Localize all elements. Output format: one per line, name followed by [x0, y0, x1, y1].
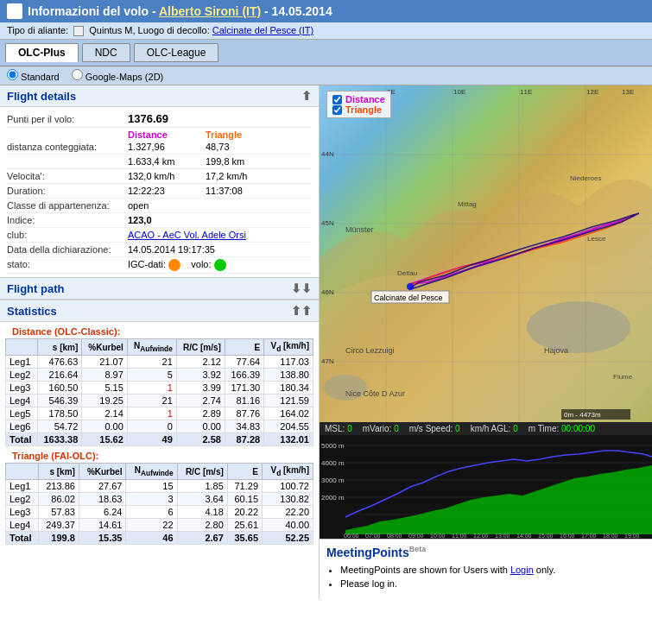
svg-text:18:00: 18:00 [603, 533, 618, 539]
svg-text:46N: 46N [321, 288, 334, 296]
triangle-table-header: s [km] %Kurbel NAufwinde R/C [m/s] E Vd … [6, 464, 313, 480]
distance-row-4: Leg4546.3919.25212.7481.16121.59 [6, 395, 313, 407]
legend-triangle: Triangle [332, 104, 385, 115]
distance-row-5: Leg5178.502.1412.8987.76164.02 [6, 407, 313, 420]
svg-text:Deltau: Deltau [397, 269, 417, 277]
distance-row-1: Leg1476.6321.07212.1277.64117.03 [6, 356, 313, 369]
score-tri-header: Triangle [206, 129, 242, 140]
svg-text:Nice Côte D Azur: Nice Côte D Azur [345, 389, 405, 398]
triangle-stats-label: Triangle (FAI-OLC): [5, 448, 313, 463]
svg-text:Calcinate del Pesce: Calcinate del Pesce [374, 294, 443, 302]
meeting-points: MeetingPointsBeta MeetingPoints are show… [320, 539, 652, 599]
distance-row-6: Leg654.720.0000.0034.83204.55 [6, 420, 313, 433]
right-panel: 8E 10E 11E 12E 13E 44N 45N 46N 47N Münst… [320, 85, 652, 599]
svg-text:10:00: 10:00 [430, 533, 446, 539]
login-link[interactable]: Login [510, 565, 534, 575]
detail-distanza-km: 1.633,4 km 199,8 km [7, 155, 312, 169]
location-link[interactable]: Calcinate del Pesce (IT) [212, 25, 313, 35]
svg-text:12:00: 12:00 [473, 533, 489, 539]
toggle-flight-details[interactable]: ⬆ [301, 89, 312, 103]
toggle-flight-path[interactable]: ⬇⬇ [291, 281, 312, 295]
glider-icon [73, 26, 84, 36]
svg-text:47N: 47N [321, 357, 334, 365]
distance-total-row: Total1633.3815.62492.5887.28132.01 [6, 433, 313, 446]
detail-club: club: ACAO - AeC Vol. Adele Orsi [7, 228, 312, 243]
svg-text:13E: 13E [622, 88, 634, 96]
legend-triangle-label: Triangle [345, 104, 382, 115]
triangle-checkbox[interactable] [332, 105, 342, 115]
detail-stato: stato: IGC-dati: volo: [7, 257, 312, 274]
distance-row-3: Leg3160.505.1513.99171.30180.34 [6, 382, 313, 395]
triangle-row-4: Leg4249.3714.61222.8025.6140.00 [6, 519, 313, 532]
distance-row-2: Leg2216.648.9753.92166.39138.80 [6, 369, 313, 382]
svg-text:07:00: 07:00 [365, 533, 381, 539]
svg-text:12E: 12E [586, 88, 598, 96]
pilot-link[interactable]: Alberto Sironi (IT) [159, 4, 261, 18]
plane-icon: ✈ [7, 3, 22, 19]
distance-table-header: s [km] %Kurbel NAufwinde R/C [m/s] E Vd … [6, 339, 313, 356]
toggle-statistics[interactable]: ⬆⬆ [291, 304, 312, 318]
distance-stats-label: Distance (OLC-Classic): [5, 324, 313, 338]
flight-details-header: Flight details ⬆ [0, 85, 319, 107]
svg-text:Circo Lezzuigi: Circo Lezzuigi [345, 346, 395, 355]
flight-path-section: Flight path ⬇⬇ [0, 277, 319, 300]
statistics-header: Statistics ⬆⬆ [0, 300, 319, 322]
radio-row: Standard Google-Maps (2D) [0, 66, 652, 85]
triangle-row-1: Leg1213.8627.67151.8571.29100.72 [6, 480, 313, 493]
radio-googlemaps[interactable]: Google-Maps (2D) [72, 69, 164, 82]
left-panel: Flight details ⬆ Punti per il volo: 1376… [0, 85, 320, 599]
svg-text:5000 m: 5000 m [321, 442, 345, 450]
svg-point-29 [407, 283, 414, 290]
statistics-section: Statistics ⬆⬆ Distance (OLC-Classic): s … [0, 300, 319, 548]
meeting-points-title: MeetingPointsBeta [326, 545, 645, 559]
map-svg: 8E 10E 11E 12E 13E 44N 45N 46N 47N Münst… [320, 85, 652, 422]
legend-distance: Distance [332, 94, 385, 104]
svg-text:Niederoes: Niederoes [570, 174, 601, 182]
tabs-row: OLC-Plus NDC OLC-League [0, 40, 652, 66]
detail-distanza: distanza conteggiata: 1.327,96 48,73 [7, 140, 312, 155]
svg-text:08:00: 08:00 [387, 533, 402, 539]
detail-classe: Classe di appartenenza: open [7, 199, 312, 213]
map-legend: Distance Triangle [326, 91, 391, 118]
msl-label: MSL: 0 [325, 424, 352, 433]
mtime-label: m Time: 00:00:00 [529, 424, 595, 433]
svg-text:Lesce: Lesce [587, 235, 606, 243]
tab-olcplus[interactable]: OLC-Plus [5, 43, 79, 62]
triangle-table: s [km] %Kurbel NAufwinde R/C [m/s] E Vd … [5, 463, 313, 545]
svg-text:11:00: 11:00 [452, 533, 467, 539]
score-col-headers: Distance Triangle [128, 129, 312, 140]
elevation-chart[interactable]: 5000 m 4000 m 3000 m 2000 m 06:00 07:00 … [320, 435, 652, 539]
svg-text:3000 m: 3000 m [321, 477, 345, 484]
tab-olcleague[interactable]: OLC-League [134, 43, 219, 62]
legend-distance-label: Distance [345, 94, 385, 104]
page-header: ✈ Informazioni del volo - Alberto Sironi… [0, 0, 652, 22]
svg-text:45N: 45N [321, 219, 334, 227]
svg-text:17:00: 17:00 [581, 533, 597, 539]
svg-text:16:00: 16:00 [560, 533, 575, 539]
svg-text:44N: 44N [321, 150, 334, 158]
svg-text:09:00: 09:00 [408, 533, 424, 539]
map-container[interactable]: 8E 10E 11E 12E 13E 44N 45N 46N 47N Münst… [320, 85, 652, 422]
meeting-bullet-1: MeetingPoints are shown for Users with L… [340, 563, 645, 577]
elevation-bar: MSL: 0 mVario: 0 m/s Speed: 0 km/h AGL: … [320, 422, 652, 435]
triangle-row-3: Leg357.836.2464.1820.2222.20 [6, 506, 313, 519]
detail-velocita: Velocita': 132,0 km/h 17,2 km/h [7, 169, 312, 184]
svg-text:06:00: 06:00 [344, 533, 359, 539]
meeting-bullet-2: Please log in. [340, 577, 645, 590]
tab-ndc[interactable]: NDC [82, 43, 130, 62]
main-content: Flight details ⬆ Punti per il volo: 1376… [0, 85, 652, 599]
distance-stats: Distance (OLC-Classic): s [km] %Kurbel N… [0, 322, 319, 446]
triangle-row-2: Leg286.0218.6333.6460.15130.82 [6, 493, 313, 506]
score-dist-header: Distance [128, 129, 206, 140]
svg-text:11E: 11E [520, 88, 532, 96]
svg-text:4000 m: 4000 m [321, 459, 345, 467]
volo-status-icon [214, 259, 226, 271]
msspeed-label: m/s Speed: 0 [409, 424, 460, 433]
radio-standard[interactable]: Standard [7, 69, 60, 82]
detail-duration: Duration: 12:22:23 11:37:08 [7, 184, 312, 199]
detail-punti: Punti per il volo: 1376.69 [7, 110, 312, 128]
svg-text:Fiume: Fiume [613, 373, 633, 381]
elevation-chart-svg: 5000 m 4000 m 3000 m 2000 m 06:00 07:00 … [320, 435, 652, 539]
distance-checkbox[interactable] [332, 95, 342, 104]
igc-status-icon [168, 259, 180, 271]
